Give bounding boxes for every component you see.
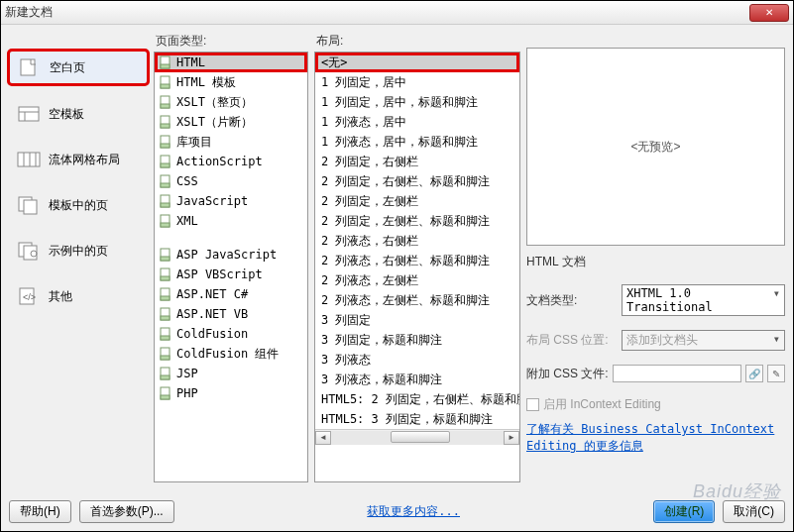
- page-type-item[interactable]: ColdFusion: [155, 324, 307, 344]
- sidebar-icon: [17, 241, 41, 261]
- create-button[interactable]: 创建(R): [653, 500, 716, 523]
- incontext-learn-more-link[interactable]: 了解有关 Business Catalyst InContext Editing…: [526, 421, 785, 455]
- horizontal-scrollbar[interactable]: ◄ ►: [315, 429, 519, 445]
- page-type-item[interactable]: HTML: [155, 53, 307, 72]
- incontext-label: 启用 InContext Editing: [543, 396, 661, 413]
- page-type-item[interactable]: HTML 模板: [155, 72, 307, 92]
- page-type-item[interactable]: ColdFusion 组件: [155, 344, 307, 364]
- svg-rect-30: [161, 203, 170, 207]
- page-type-item[interactable]: ASP.NET VB: [155, 304, 307, 324]
- svg-rect-11: [24, 246, 37, 260]
- new-document-dialog: 新建文档 ✕ 空白页空模板流体网格布局模板中的页示例中的页</>其他 页面类型:…: [0, 0, 794, 532]
- page-type-item[interactable]: ASP.NET C#: [155, 284, 307, 304]
- layout-item[interactable]: 3 列液态: [315, 350, 519, 370]
- sidebar-item[interactable]: 示例中的页: [9, 235, 148, 266]
- sidebar-icon: [18, 57, 42, 77]
- svg-rect-34: [161, 257, 170, 261]
- page-type-item[interactable]: JavaScript: [155, 191, 307, 211]
- sidebar-icon: [17, 104, 41, 124]
- page-type-item[interactable]: 库项目: [155, 132, 307, 152]
- layout-item[interactable]: <无>: [315, 53, 519, 72]
- svg-rect-38: [161, 296, 170, 300]
- page-type-item[interactable]: XML: [155, 211, 307, 231]
- sidebar-item[interactable]: </>其他: [9, 280, 148, 312]
- incontext-checkbox[interactable]: [526, 398, 539, 411]
- page-type-item[interactable]: ASP VBScript: [155, 265, 307, 284]
- close-button[interactable]: ✕: [749, 4, 789, 22]
- layout-item[interactable]: 1 列液态，居中: [315, 112, 519, 132]
- layout-item[interactable]: 2 列固定，左侧栏、标题和脚注: [315, 211, 519, 231]
- sidebar-item-label: 流体网格布局: [49, 152, 120, 168]
- layout-item[interactable]: 3 列固定: [315, 310, 519, 330]
- page-type-item-label: ASP VBScript: [176, 266, 263, 283]
- doctype-select[interactable]: XHTML 1.0 Transitional: [622, 284, 785, 316]
- file-icon: [159, 115, 172, 129]
- scroll-track[interactable]: [331, 431, 504, 445]
- page-type-item-label: ASP.NET C#: [176, 285, 248, 303]
- scroll-thumb[interactable]: [391, 431, 450, 443]
- layout-item[interactable]: 2 列液态，左侧栏、标题和脚注: [315, 290, 519, 310]
- page-type-label: 页面类型:: [154, 33, 308, 50]
- attach-css-field[interactable]: [613, 365, 741, 382]
- get-more-content-link[interactable]: 获取更多内容...: [182, 503, 645, 520]
- file-icon: [159, 367, 172, 380]
- svg-rect-42: [161, 336, 170, 340]
- layout-item[interactable]: 2 列固定，右侧栏: [315, 152, 519, 171]
- layout-item[interactable]: 2 列固定，右侧栏、标题和脚注: [315, 171, 519, 191]
- scroll-left-arrow[interactable]: ◄: [315, 431, 331, 445]
- layout-item[interactable]: 1 列液态，居中，标题和脚注: [315, 132, 519, 152]
- page-type-item[interactable]: ActionScript: [155, 152, 307, 171]
- page-type-item-label: CSS: [176, 172, 198, 190]
- layout-item[interactable]: HTML5: 3 列固定，标题和脚注: [315, 409, 519, 429]
- preview-column: <无预览> HTML 文档 文档类型: XHTML 1.0 Transition…: [526, 33, 785, 482]
- sidebar-item-label: 空模板: [49, 106, 84, 123]
- file-icon: [159, 327, 172, 341]
- layout-item[interactable]: 1 列固定，居中，标题和脚注: [315, 92, 519, 112]
- sidebar-item-label: 模板中的页: [49, 197, 108, 214]
- sidebar-item[interactable]: 流体网格布局: [9, 144, 148, 175]
- page-type-item[interactable]: XSLT（整页）: [155, 92, 307, 112]
- scroll-right-arrow[interactable]: ►: [504, 431, 519, 445]
- page-type-column: 页面类型: HTMLHTML 模板XSLT（整页）XSLT（片断）库项目Acti…: [154, 33, 308, 482]
- svg-rect-32: [161, 223, 170, 227]
- sidebar-item[interactable]: 模板中的页: [9, 189, 148, 221]
- browse-css-button[interactable]: ✎: [767, 365, 785, 382]
- page-type-item-label: ColdFusion: [176, 325, 248, 343]
- link-css-button[interactable]: 🔗: [745, 365, 763, 382]
- css-position-label: 布局 CSS 位置:: [526, 332, 616, 349]
- layout-item[interactable]: HTML5: 2 列固定，右侧栏、标题和脚注: [315, 389, 519, 409]
- page-type-item-label: HTML 模板: [176, 73, 236, 91]
- page-type-item[interactable]: PHP: [155, 383, 307, 403]
- layout-item[interactable]: 1 列固定，居中: [315, 72, 519, 92]
- page-type-list[interactable]: HTMLHTML 模板XSLT（整页）XSLT（片断）库项目ActionScri…: [154, 52, 308, 482]
- preferences-button[interactable]: 首选参数(P)...: [79, 500, 174, 523]
- dialog-body: 空白页空模板流体网格布局模板中的页示例中的页</>其他 页面类型: HTMLHT…: [1, 25, 793, 490]
- layout-item[interactable]: 3 列液态，标题和脚注: [315, 370, 519, 389]
- page-type-item-label: JSP: [176, 365, 198, 382]
- file-icon: [159, 248, 172, 262]
- layout-item[interactable]: 2 列液态，右侧栏、标题和脚注: [315, 251, 519, 270]
- layout-list[interactable]: <无>1 列固定，居中1 列固定，居中，标题和脚注1 列液态，居中1 列液态，居…: [314, 52, 520, 482]
- sidebar-item[interactable]: 空模板: [9, 98, 148, 130]
- page-type-item[interactable]: ASP JavaScript: [155, 245, 307, 265]
- sidebar-item-label: 示例中的页: [49, 243, 108, 260]
- svg-rect-46: [161, 375, 170, 379]
- layout-column: 布局: <无>1 列固定，居中1 列固定，居中，标题和脚注1 列液态，居中1 列…: [314, 33, 520, 482]
- sidebar-item-label: 其他: [49, 288, 72, 305]
- preview-placeholder: <无预览>: [630, 139, 680, 156]
- page-type-item[interactable]: CSS: [155, 171, 307, 191]
- preview-box: <无预览>: [526, 48, 785, 246]
- page-type-item[interactable]: JSP: [155, 364, 307, 383]
- svg-rect-9: [24, 200, 37, 214]
- layout-item[interactable]: 3 列固定，标题和脚注: [315, 330, 519, 350]
- sidebar-icon: [17, 195, 41, 215]
- layout-item[interactable]: 2 列固定，左侧栏: [315, 191, 519, 211]
- file-icon: [159, 155, 172, 168]
- file-icon: [159, 267, 172, 281]
- layout-item[interactable]: 2 列液态，左侧栏: [315, 270, 519, 290]
- sidebar-item[interactable]: 空白页: [9, 51, 148, 84]
- page-type-item[interactable]: XSLT（片断）: [155, 112, 307, 132]
- cancel-button[interactable]: 取消(C): [723, 500, 785, 523]
- help-button[interactable]: 帮助(H): [9, 500, 71, 523]
- layout-item[interactable]: 2 列液态，右侧栏: [315, 231, 519, 251]
